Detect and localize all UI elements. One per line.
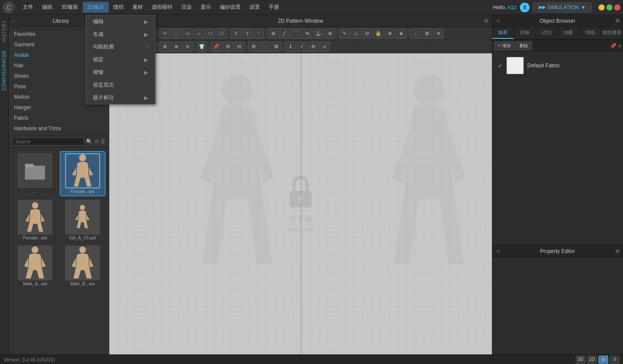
item-label-female-selected: Female...avt (65, 189, 100, 194)
menu-manual[interactable]: 手册 (264, 2, 284, 13)
object-browser-unpin[interactable]: ⊞ (616, 18, 620, 24)
menu-preferences[interactable]: 偏好设置 (215, 2, 245, 13)
tab-button[interactable]: 迈扣 (536, 27, 558, 39)
dropdown-layer[interactable]: 设定层次 (86, 79, 155, 91)
nav-fabric[interactable]: Fabric (9, 113, 109, 123)
object-browser-pin[interactable]: ◁ (496, 18, 499, 24)
tool-ruler[interactable]: ⊟ (234, 42, 244, 52)
refresh-icon[interactable]: ↺ (94, 139, 99, 145)
library-item-folder[interactable]: .. (12, 151, 58, 196)
pattern-expand-icon[interactable]: ⧉ (485, 18, 488, 24)
tab-buttonhole[interactable]: 扣眼 (557, 27, 579, 39)
tool-extra[interactable]: ≡ (319, 42, 330, 52)
history-tab[interactable]: HISTORY (1, 17, 7, 46)
maximize-button[interactable]: □ (606, 4, 613, 10)
tab-topstitch[interactable]: 明线 (579, 27, 601, 39)
tool-sym[interactable]: ⇋ (302, 28, 312, 39)
tool-edit[interactable]: ✎ (339, 28, 350, 39)
library-item-kid[interactable]: Kid_A_V3.avt (60, 198, 106, 242)
item-label-male-a: Male_A...avt (17, 281, 52, 286)
dropdown-lock[interactable]: 锁定 ▶ (86, 53, 155, 66)
tool-arrange[interactable]: ⊠ (422, 28, 432, 39)
tool-stitch[interactable]: ⊕ (384, 28, 395, 39)
tool-pattern[interactable]: ⬦ (410, 28, 421, 39)
view-2d-button[interactable]: 2D (587, 356, 597, 364)
minimize-button[interactable]: _ (599, 4, 605, 10)
tab-seam[interactable]: 缝纫缝装 (601, 27, 623, 39)
library-item-male-a[interactable]: Male_A...avt (12, 244, 58, 288)
menu-sewing[interactable]: 缝纫 (109, 2, 128, 13)
tool-text-serif[interactable]: T (242, 28, 253, 39)
view-both-button[interactable]: ⊞ (599, 356, 608, 364)
tool-grid[interactable]: ⊞ (222, 42, 233, 52)
tool-align[interactable]: ⧊ (350, 28, 361, 39)
tool-info[interactable]: ℹ (285, 42, 296, 52)
tool-lock[interactable]: 🔒 (373, 28, 384, 39)
tool-garment[interactable]: 👕 (197, 42, 207, 52)
tool-check[interactable]: ✓ (297, 42, 307, 52)
search-icon[interactable]: 🔍 (86, 139, 93, 145)
list-view-icon[interactable]: ☰ (100, 139, 105, 145)
tool-anchor[interactable]: ⚓ (313, 28, 324, 39)
tool-text[interactable]: T (231, 28, 241, 39)
tool-cut[interactable]: ✂ (159, 28, 170, 39)
tool-circle[interactable]: ○ (194, 28, 204, 39)
tool-snap[interactable]: ⊕ (159, 42, 170, 52)
menu-display[interactable]: 显示 (196, 2, 215, 13)
menu-avatar[interactable]: 虚拟模特 (147, 2, 177, 13)
tool-spacing[interactable]: ⊠ (271, 42, 281, 52)
dropdown-annotation[interactable]: 版片标注 ▶ (86, 91, 155, 104)
tool-move[interactable]: ⊞ (248, 42, 259, 52)
tool-weld[interactable]: ◈ (396, 28, 406, 39)
library-item-female2[interactable]: Female...avt (12, 198, 58, 242)
menu-edit[interactable]: 编辑 (38, 2, 57, 13)
menu-3d-garment[interactable]: 3D服装 (57, 2, 83, 13)
tool-measure[interactable]: ⊞ (268, 28, 278, 39)
configurator-tab[interactable]: CONFIGURATOR (1, 47, 7, 94)
pattern-canvas[interactable]: 安下载 anxz.com (109, 53, 492, 354)
tool-layer[interactable]: ⊟ (362, 28, 372, 39)
close-button[interactable]: × (614, 4, 620, 10)
dropdown-generate[interactable]: 生成 ▶ (86, 28, 155, 41)
add-button[interactable]: + 增加 (494, 42, 515, 50)
tool-line[interactable]: ╱ (279, 28, 290, 39)
tool-trace2[interactable]: ≋ (433, 28, 443, 39)
menu-material[interactable]: 素材 (128, 2, 147, 13)
library-item-female-selected[interactable]: Female...avt (60, 151, 106, 196)
tool-ellipse[interactable]: ⬭ (205, 28, 215, 39)
tab-fabric[interactable]: 织物 (514, 27, 536, 39)
user-icon[interactable]: 👤 (520, 3, 530, 12)
property-editor-pin[interactable]: ◁ (496, 248, 499, 254)
dropdown-edit[interactable]: 编辑 ▶ (86, 15, 155, 28)
delete-button[interactable]: 删除 (516, 42, 532, 50)
nav-hardware-trims[interactable]: Hardware and Trims (9, 123, 109, 134)
menu-2d-pattern[interactable]: 2D板片 (83, 2, 108, 13)
tool-split[interactable]: ⊘ (182, 42, 193, 52)
tab-scene[interactable]: 场景 (492, 27, 514, 39)
tool-prop[interactable]: ⚙ (308, 42, 318, 52)
simulation-button[interactable]: ▶▶ SIMULATION ▼ (533, 3, 592, 12)
dropdown-trace[interactable]: 勾勒轮廓 I (86, 41, 155, 53)
view-refresh-button[interactable]: ↺ (610, 356, 620, 364)
tool-text-small[interactable]: ᵀ (253, 28, 264, 39)
fabric-default[interactable]: ✓ Default Fabric (496, 55, 620, 76)
tool-rect[interactable]: ▭ (182, 28, 193, 39)
search-input[interactable] (12, 138, 84, 146)
tool-dist[interactable]: ⋯ (260, 42, 270, 52)
property-editor-unpin[interactable]: ⊞ (616, 248, 620, 254)
list-icon[interactable]: ≡ (618, 43, 621, 49)
tool-trace[interactable]: ⬚ (171, 28, 181, 39)
tool-fold[interactable]: ⊗ (325, 28, 335, 39)
library-item-male-b[interactable]: Male_B...avt (60, 244, 106, 288)
dropdown-pleat[interactable]: 褶皱 ▶ (86, 66, 155, 79)
tool-curve[interactable]: ⌒ (291, 28, 301, 39)
menu-render[interactable]: 渲染 (177, 2, 196, 13)
pin-icon[interactable]: 📌 (610, 43, 616, 49)
avatar-left-silhouette (194, 68, 281, 339)
menu-file[interactable]: 文件 (18, 2, 38, 13)
view-3d-button[interactable]: 3D (576, 356, 585, 364)
menu-settings[interactable]: 设置 (245, 2, 264, 13)
tool-weld2[interactable]: ⊗ (171, 42, 181, 52)
tool-pin[interactable]: 📌 (211, 42, 222, 52)
tool-polygon[interactable]: ⬡ (216, 28, 227, 39)
